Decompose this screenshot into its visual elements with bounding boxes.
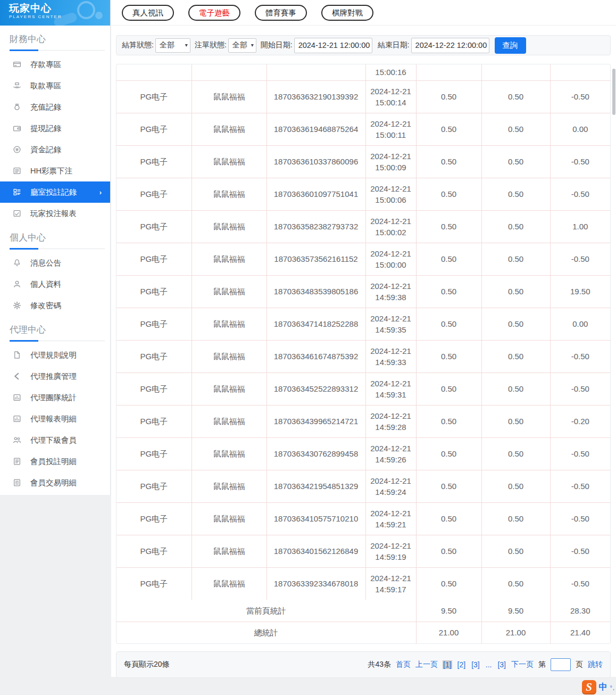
settle-status-label: 結算狀態: (122, 40, 154, 50)
order-status-value: 全部 (232, 40, 247, 50)
last-page-link[interactable]: [3] (497, 660, 506, 669)
first-page-link[interactable]: 首页 (396, 660, 411, 669)
bet-records-table: 15:00:16 PG电子鼠鼠福福18703636321901393922024… (116, 64, 611, 644)
cell-time: 2024-12-21 15:00:06 (365, 178, 416, 210)
cell-order-id: 1870363410575710210 (267, 502, 365, 535)
tab-1[interactable]: 真人視訊 (122, 5, 174, 21)
cell-game: 鼠鼠福福 (192, 502, 267, 535)
sidebar-item[interactable]: HH彩票下注 (0, 160, 110, 181)
cell-platform: PG电子 (116, 373, 192, 405)
clipboard-icon (13, 457, 21, 466)
sidebar-item[interactable]: 會員投註明細 (0, 451, 110, 472)
total-summary-row: 總統計 21.00 21.00 21.40 (116, 622, 610, 643)
report-icon (13, 209, 21, 218)
sidebar-item[interactable]: 代理推廣管理 (0, 366, 110, 387)
cell-order-id: 1870363421954851329 (267, 470, 365, 502)
sidebar-menu: 財務中心存款專區取款專區充值記錄提現記錄資金記錄HH彩票下注廳室投註記錄›玩家投… (0, 26, 110, 493)
sidebar-item-label: 代理下級會員 (30, 435, 77, 445)
cell-bet: 0.50 (416, 567, 481, 600)
cell-platform: PG电子 (116, 210, 192, 243)
sidebar-item[interactable]: 代理團隊統計 (0, 387, 110, 408)
app-subtitle: PLAYERS CENTER (9, 14, 110, 19)
page-summary-label: 當前頁統計 (116, 600, 416, 622)
start-date-input[interactable] (294, 38, 372, 53)
cell-result: -0.50 (550, 502, 610, 535)
search-button[interactable]: 查詢 (495, 37, 526, 54)
end-date-label: 結束日期: (378, 40, 410, 50)
sidebar-item[interactable]: 提現記錄 (0, 118, 110, 139)
sidebar-item-label: 代理報表明細 (30, 414, 77, 424)
cell-platform: PG电子 (116, 567, 192, 600)
sidebar-section-title: 代理中心 (0, 316, 110, 341)
cell-time: 2024-12-21 15:00:09 (365, 145, 416, 178)
cell-time: 2024-12-21 15:00:00 (365, 243, 416, 275)
ellipsis-label: ... (485, 660, 493, 669)
cell-result: 1.00 (550, 210, 610, 243)
sidebar-item[interactable]: 消息公告 (0, 252, 110, 274)
sidebar-item[interactable]: 充值記錄 (0, 96, 110, 118)
total-summary-result: 21.40 (550, 622, 610, 643)
cell-game: 鼠鼠福福 (192, 437, 267, 470)
sidebar-item-active[interactable]: 廳室投註記錄› (0, 181, 110, 203)
section-underline (10, 249, 105, 249)
scrollbar-thumb[interactable] (612, 69, 615, 115)
tab-3[interactable]: 體育賽事 (255, 5, 307, 21)
sidebar-item-label: 個人資料 (30, 279, 61, 289)
ime-language-indicator[interactable]: 中 (599, 682, 607, 693)
sidebar-item-label: 提現記錄 (30, 123, 61, 134)
page-link-current[interactable]: [1] (443, 660, 452, 669)
cell-platform: PG电子 (116, 405, 192, 437)
table-row: PG电子鼠鼠福福18703634015621268492024-12-21 14… (116, 535, 610, 567)
sidebar-item-label: 代理推廣管理 (30, 371, 77, 382)
section-underline (10, 50, 105, 51)
sidebar-item[interactable]: 修改密碼 (0, 295, 110, 316)
cell-valid-bet: 0.50 (481, 470, 550, 502)
cell-game: 鼠鼠福福 (192, 80, 267, 113)
cell-valid-bet: 0.50 (481, 210, 550, 243)
cell-order-id: 1870363430762899458 (267, 437, 365, 470)
table-row: PG电子鼠鼠福福18703636103378600962024-12-21 15… (116, 145, 610, 178)
cell-time: 2024-12-21 14:59:28 (365, 405, 416, 437)
page-link[interactable]: [2] (457, 660, 467, 669)
sidebar-item[interactable]: 代理下級會員 (0, 429, 110, 451)
chevron-right-icon: › (99, 188, 102, 196)
cell-valid-bet: 0.50 (481, 502, 550, 535)
jump-page-input[interactable] (551, 658, 571, 671)
users-icon (13, 436, 21, 444)
tab-2-active[interactable]: 電子遊藝 (188, 5, 240, 21)
sidebar-item-label: 取款專區 (30, 81, 61, 91)
sidebar-item[interactable]: 資金記錄 (0, 139, 110, 160)
cell-result: 19.50 (550, 275, 610, 308)
cell-bet: 0.50 (416, 113, 481, 145)
sogou-logo-icon[interactable]: S (582, 680, 596, 694)
cell-game: 鼠鼠福福 (192, 567, 267, 600)
hand-icon (13, 81, 21, 90)
sidebar-item[interactable]: 取款專區 (0, 75, 110, 96)
cell-game: 鼠鼠福福 (192, 470, 267, 502)
sidebar-item[interactable]: 個人資料 (0, 274, 110, 295)
next-page-link[interactable]: 下一页 (511, 660, 534, 669)
cell-valid-bet: 0.50 (481, 145, 550, 178)
sidebar-item[interactable]: 玩家投注報表 (0, 203, 110, 224)
page-summary-bet: 9.50 (416, 600, 481, 622)
sidebar-item[interactable]: 存款專區 (0, 54, 110, 75)
tab-4[interactable]: 棋牌對戰 (321, 5, 373, 21)
page-link[interactable]: [3] (471, 660, 480, 669)
sidebar-item[interactable]: 代理規則說明 (0, 344, 110, 366)
cell-order-id: 1870363610337860096 (267, 145, 365, 178)
sidebar-item[interactable]: 會員交易明細 (0, 472, 110, 493)
table-row: PG电子鼠鼠福福18703634616748753922024-12-21 14… (116, 340, 610, 373)
cell-order-id: 1870363452522893312 (267, 373, 365, 405)
table-row: PG电子鼠鼠福福18703634105757102102024-12-21 14… (116, 502, 610, 535)
sidebar-header: 玩家中心 PLAYERS CENTER (0, 0, 110, 26)
prev-page-link[interactable]: 上一页 (415, 660, 438, 669)
jump-button[interactable]: 跳转 (588, 660, 603, 669)
settle-status-select[interactable]: 全部 ▾ (155, 38, 190, 53)
sidebar-item[interactable]: 代理報表明細 (0, 408, 110, 429)
order-status-select[interactable]: 全部 ▾ (228, 38, 256, 53)
cell-result: 0.00 (550, 113, 610, 145)
cell-platform: PG电子 (116, 178, 192, 210)
cell-time: 2024-12-21 14:59:33 (365, 340, 416, 373)
cell-game: 鼠鼠福福 (192, 535, 267, 567)
end-date-input[interactable] (411, 38, 489, 53)
